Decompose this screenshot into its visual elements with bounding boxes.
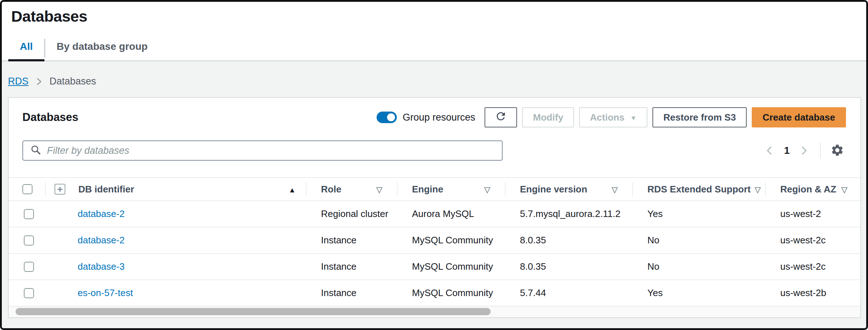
region-az-cell: us-west-2b: [765, 287, 860, 299]
column-label: Region & AZ: [780, 184, 836, 195]
engine-cell: Aurora MySQL: [397, 208, 505, 220]
toolbar: Group resources Modify Actions Restore f…: [377, 107, 846, 127]
db-identifier-link[interactable]: database-3: [78, 261, 125, 272]
engine-cell: MySQL Community: [397, 261, 505, 272]
engine-cell: MySQL Community: [397, 235, 505, 246]
table-row: database-2 Regional cluster Aurora MySQL…: [9, 201, 860, 227]
select-all-checkbox[interactable]: [22, 184, 32, 194]
row-checkbox[interactable]: [24, 235, 34, 246]
breadcrumb: RDS Databases: [8, 76, 861, 87]
region-az-cell: us-west-2: [765, 208, 860, 220]
caret-down-icon: [624, 112, 637, 123]
search-box[interactable]: [22, 140, 503, 161]
refresh-icon: [495, 110, 507, 125]
row-checkbox[interactable]: [24, 209, 34, 219]
tab-by-database-group[interactable]: By database group: [45, 36, 159, 60]
toggle-knob: [387, 113, 395, 121]
tab-by-database-group-label: By database group: [57, 41, 148, 52]
region-az-cell: us-west-2c: [765, 235, 860, 246]
db-identifier-link[interactable]: es-on-57-test: [78, 287, 133, 298]
create-database-button[interactable]: Create database: [752, 107, 846, 127]
tab-all[interactable]: All: [8, 36, 44, 60]
db-identifier-cell: database-2: [45, 208, 306, 220]
expand-all-icon[interactable]: [55, 184, 65, 195]
breadcrumb-current: Databases: [49, 76, 96, 87]
row-checkbox[interactable]: [24, 262, 34, 272]
row-select-cell: [9, 235, 45, 246]
tab-all-label: All: [20, 41, 33, 52]
panel-header: Databases Group resources Modify Actions: [9, 98, 860, 127]
horizontal-scrollbar-thumb[interactable]: [16, 308, 491, 315]
breadcrumb-rds-link[interactable]: RDS: [8, 76, 29, 87]
db-identifier-cell: es-on-57-test: [45, 287, 306, 299]
sort-filter-icon: [612, 184, 618, 195]
column-label: Role: [321, 184, 341, 195]
row-checkbox[interactable]: [24, 288, 34, 298]
search-icon: [30, 144, 41, 157]
filter-databases-input[interactable]: [46, 145, 495, 157]
row-select-cell: [9, 288, 45, 298]
engine-version-cell: 5.7.44: [505, 287, 632, 299]
group-resources-toggle[interactable]: [377, 112, 397, 123]
role-cell: Regional cluster: [306, 208, 397, 220]
column-label: RDS Extended Support: [647, 184, 751, 195]
column-label: Engine: [412, 184, 443, 195]
previous-page-button[interactable]: [761, 143, 777, 159]
table-body: database-2 Regional cluster Aurora MySQL…: [9, 201, 860, 307]
column-header-engine[interactable]: Engine: [397, 178, 505, 200]
role-cell: Instance: [306, 287, 397, 299]
rds-extended-support-cell: No: [632, 235, 765, 246]
horizontal-scrollbar-track: [9, 306, 860, 317]
engine-cell: MySQL Community: [397, 287, 505, 299]
role-cell: Instance: [306, 261, 397, 272]
page-title: Databases: [11, 7, 866, 26]
column-label: Engine version: [520, 184, 587, 195]
group-resources-label: Group resources: [403, 112, 475, 123]
column-header-engine-version[interactable]: Engine version: [505, 178, 632, 200]
column-header-region-az[interactable]: Region & AZ: [765, 178, 860, 200]
sort-filter-icon: [376, 184, 382, 195]
engine-version-cell: 8.0.35: [505, 235, 632, 246]
sort-ascending-icon: [288, 184, 296, 195]
table-row: database-2 Instance MySQL Community 8.0.…: [9, 227, 860, 254]
settings-button[interactable]: [829, 142, 846, 159]
group-resources-toggle-group: Group resources: [377, 112, 475, 123]
pagination-divider: [820, 143, 821, 159]
select-all-header-cell: [9, 178, 45, 200]
column-header-db-identifier[interactable]: DB identifier: [45, 178, 306, 200]
sort-filter-icon: [755, 184, 761, 195]
sort-filter-icon: [484, 184, 490, 195]
column-header-rds-extended-support[interactable]: RDS Extended Support: [632, 178, 765, 200]
refresh-button[interactable]: [485, 107, 517, 127]
table-row: es-on-57-test Instance MySQL Community 5…: [9, 280, 860, 307]
sort-filter-icon: [841, 184, 847, 195]
page-header: Databases All By database group: [2, 2, 866, 61]
region-az-cell: us-west-2c: [765, 261, 860, 272]
app-window: Databases All By database group RDS Data…: [0, 0, 868, 330]
pagination: 1: [761, 142, 846, 159]
db-identifier-link[interactable]: database-2: [78, 235, 125, 246]
db-identifier-cell: database-3: [45, 261, 306, 272]
current-page-number[interactable]: 1: [777, 145, 796, 156]
table-header-row: DB identifier Role Engine Engine version: [9, 177, 860, 201]
panel-title: Databases: [22, 111, 78, 124]
column-header-role[interactable]: Role: [306, 178, 397, 200]
db-identifier-link[interactable]: database-2: [78, 208, 125, 219]
restore-from-s3-button[interactable]: Restore from S3: [652, 107, 747, 127]
actions-button-label: Actions: [590, 112, 624, 123]
rds-extended-support-cell: No: [632, 261, 765, 272]
content-area: RDS Databases Databases Group resources: [2, 61, 866, 328]
rds-extended-support-cell: Yes: [632, 208, 765, 220]
column-label: DB identifier: [78, 184, 134, 195]
engine-version-cell: 5.7.mysql_aurora.2.11.2: [505, 208, 632, 220]
role-cell: Instance: [306, 235, 397, 246]
db-identifier-cell: database-2: [45, 235, 306, 246]
engine-version-cell: 8.0.35: [505, 261, 632, 272]
next-page-button[interactable]: [796, 143, 812, 159]
actions-button[interactable]: Actions: [579, 107, 647, 127]
gear-icon: [830, 143, 844, 158]
tabs-bar: All By database group: [2, 36, 866, 61]
table-row: database-3 Instance MySQL Community 8.0.…: [9, 254, 860, 280]
row-select-cell: [9, 262, 45, 272]
modify-button[interactable]: Modify: [522, 107, 574, 127]
